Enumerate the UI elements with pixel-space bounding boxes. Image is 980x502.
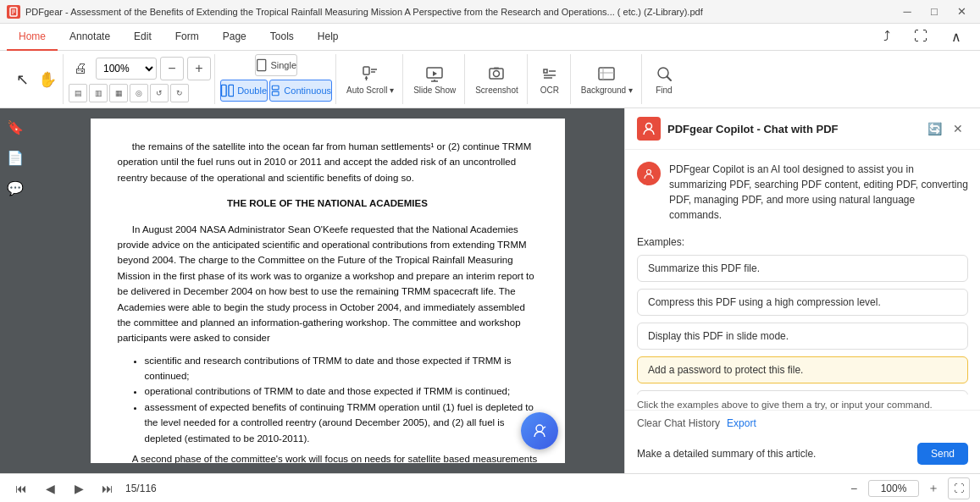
zoom-controls: − 100% ＋ ⛶ [843,477,970,499]
copilot-intro: PDFgear Copilot is an AI tool designed t… [637,162,968,223]
svg-rect-4 [257,59,266,70]
menu-profile[interactable]: ⤴ [872,24,902,51]
zoom-print-tools: 🖨 100% 50% 75% 125% 150% 200% − + ▤ ▥ ▦ … [65,54,215,104]
sidebar-bookmark-icon[interactable]: 🔖 [3,115,27,139]
menu-chevron[interactable]: ∧ [939,24,973,51]
view-btn-4[interactable]: ◎ [130,84,148,102]
print-button[interactable]: 🖨 [69,57,92,80]
zoom-out-status-button[interactable]: − [843,477,865,499]
example-compress-button[interactable]: Compress this PDF using a high compressi… [637,289,968,316]
zoom-in-status-button[interactable]: ＋ [922,477,944,499]
single-label: Single [270,60,296,70]
view-btn-6[interactable]: ↻ [170,84,189,102]
menu-page[interactable]: Page [211,24,258,51]
hand-tool-button[interactable]: ✋ [36,68,59,91]
cursor-tool-button[interactable]: ↖ [10,68,34,91]
svg-rect-22 [599,68,614,80]
copilot-refresh-icon[interactable]: 🔄 [924,119,944,139]
copilot-panel: PDFgear Copilot - Chat with PDF 🔄 ✕ PDFg… [624,108,980,473]
svg-rect-7 [272,86,279,90]
background-label: Background ▾ [581,86,633,95]
copilot-input-row: Send [625,436,980,473]
examples-label: Examples: [637,236,968,248]
menu-bar: Home Annotate Edit Form Page Tools Help … [0,24,980,51]
menu-annotate[interactable]: Annotate [58,24,122,51]
zoom-level-display: 100% [868,480,919,497]
minimize-button[interactable]: ─ [895,3,919,20]
menu-fullscreen[interactable]: ⛶ [902,24,939,51]
zoom-select[interactable]: 100% 50% 75% 125% 150% 200% [96,58,157,80]
close-button[interactable]: ✕ [950,3,973,20]
view-btn-1[interactable]: ▤ [69,84,87,102]
copilot-header-buttons: 🔄 ✕ [924,119,968,139]
screenshot-button[interactable]: Screenshot [470,56,523,103]
background-group: Background ▾ [573,54,642,104]
example-zoom-button[interactable]: Zoom in this PDF view. [637,390,968,394]
slide-show-group: Slide Show [405,54,465,104]
window-title: PDFgear - Assessment of the Benefits of … [25,7,895,17]
prev-page-button[interactable]: ◀ [39,477,61,499]
menu-help[interactable]: Help [306,24,351,51]
zoom-in-button[interactable]: + [187,57,211,80]
auto-scroll-button[interactable]: Auto Scroll ▾ [341,56,399,103]
double-layout-button[interactable]: Double [220,80,268,102]
pdf-bullet-3: assessment of expected benefits of conti… [145,400,538,446]
menu-edit[interactable]: Edit [122,24,163,51]
screenshot-group: Screenshot [467,54,528,104]
menu-form[interactable]: Form [163,24,211,51]
sidebar-comment-icon[interactable]: 💬 [3,176,27,200]
copilot-float-button[interactable] [521,412,558,450]
total-pages: 116 [140,483,157,494]
menu-home[interactable]: Home [7,24,58,51]
title-bar: PDFgear - Assessment of the Benefits of … [0,0,980,24]
left-sidebar: 🔖 📄 💬 [0,108,30,473]
pdf-bullet-2: operational contributions of TRMM to dat… [145,383,538,399]
maximize-button[interactable]: □ [922,3,946,20]
sidebar-page-icon[interactable]: 📄 [3,146,27,169]
clear-chat-button[interactable]: Clear Chat History [637,417,720,429]
copilot-intro-text: PDFgear Copilot is an AI tool designed t… [669,162,968,223]
continuous-label: Continuous [284,86,331,96]
page-info: 15/116 [125,483,157,494]
copilot-avatar-icon [637,117,661,141]
svg-line-24 [667,76,671,80]
menu-tools[interactable]: Tools [258,24,306,51]
svg-point-17 [494,70,500,76]
copilot-header: PDFgear Copilot - Chat with PDF 🔄 ✕ [625,108,980,150]
next-page-button[interactable]: ▶ [68,477,90,499]
export-button[interactable]: Export [727,417,756,429]
last-page-button[interactable]: ⏭ [97,477,119,499]
ocr-group: OCR [529,54,571,104]
current-page: 15 [125,483,136,494]
pdf-bullet-1: scientific and research contributions of… [145,353,538,384]
ocr-button[interactable]: OCR [533,56,567,103]
copilot-input[interactable] [637,448,911,460]
double-label: Double [237,86,267,96]
first-page-button[interactable]: ⏮ [10,477,32,499]
zoom-out-button[interactable]: − [160,57,184,80]
slide-show-button[interactable]: Slide Show [408,56,461,103]
find-label: Find [656,86,672,95]
background-button[interactable]: Background ▾ [576,56,638,103]
svg-rect-9 [363,67,369,74]
svg-point-26 [646,124,652,130]
svg-rect-6 [229,85,234,96]
example-slidemode-button[interactable]: Display this PDF in slide mode. [637,323,968,350]
pdf-page: the remains of the satellite into the oc… [91,119,565,463]
toolbar: ↖ ✋ 🖨 100% 50% 75% 125% 150% 200% − + ▤ … [0,51,980,108]
example-password-button[interactable]: Add a password to protect this file. [637,356,968,383]
view-btn-3[interactable]: ▦ [109,84,128,102]
copilot-action-row: Clear Chat History Export [625,410,980,436]
copilot-close-icon[interactable]: ✕ [948,119,968,139]
view-btn-5[interactable]: ↺ [150,84,169,102]
svg-rect-18 [494,67,499,69]
auto-scroll-label: Auto Scroll ▾ [346,86,394,95]
find-button[interactable]: Find [647,56,681,103]
find-group: Find [644,54,684,104]
continuous-layout-button[interactable]: Continuous [269,80,332,102]
example-summarize-button[interactable]: Summarize this PDF file. [637,255,968,282]
zoom-fit-button[interactable]: ⛶ [948,477,970,499]
send-button[interactable]: Send [917,443,968,465]
single-layout-button[interactable]: Single [255,54,297,76]
view-btn-2[interactable]: ▥ [89,84,108,102]
